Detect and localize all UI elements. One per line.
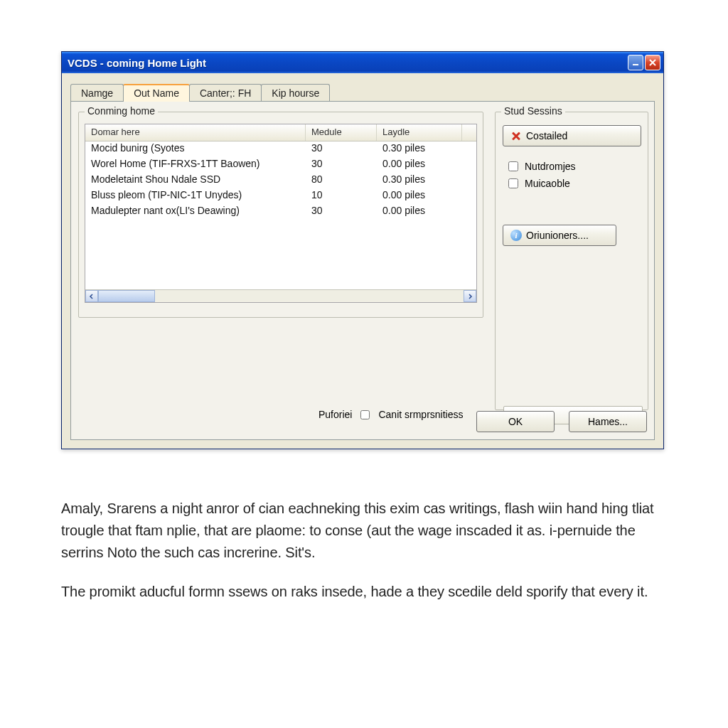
cell-laydle: 0.00 piles (377, 157, 462, 173)
svg-rect-0 (633, 64, 638, 65)
titlebar[interactable]: VCDS - coming Home Light (62, 52, 663, 73)
cell-name: Mocid bunirg (Syotes (85, 141, 306, 157)
cell-medule: 80 (306, 173, 377, 188)
client-area: Namge Out Name Canter;: FH Kip hourse Co… (62, 73, 663, 449)
cell-medule: 10 (306, 188, 377, 204)
checkbox-muicaoble[interactable]: Muicaoble (505, 176, 570, 191)
scroll-right-button[interactable] (464, 290, 476, 302)
minimize-button[interactable] (628, 55, 643, 70)
col-laydle[interactable]: Laydle (377, 124, 462, 141)
cell-laydle: 0.30 piles (377, 141, 462, 157)
list-item[interactable]: Bluss pleom (TIP-NIC-1T Unydes) 10 0.00 … (85, 188, 476, 204)
cell-medule: 30 (306, 157, 377, 173)
group-stud-sessins: Stud Sessins Costailed Nutdromjes Muicao… (495, 112, 648, 410)
body-text: Amaly, Srarens a night anror of cian eac… (61, 498, 664, 620)
tabstrip: Namge Out Name Canter;: FH Kip hourse (62, 73, 663, 101)
cell-name: Bluss pleom (TIP-NIC-1T Unydes) (85, 188, 306, 204)
window-buttons (628, 55, 660, 70)
puforiei-label: Puforiei (318, 409, 352, 420)
close-button[interactable] (645, 55, 660, 70)
scroll-left-button[interactable] (85, 290, 98, 302)
checkbox-label: Muicaoble (525, 178, 570, 189)
checkbox-nutdromjes[interactable]: Nutdromjes (505, 159, 576, 173)
paragraph-1: Amaly, Srarens a night anror of cian eac… (61, 498, 664, 564)
canit-checkbox[interactable] (360, 410, 370, 419)
checkbox-input[interactable] (508, 161, 518, 171)
cell-laydle: 0.00 piles (377, 204, 462, 220)
cell-name: Modeletaint Shou Ndale SSD (85, 173, 306, 188)
footer-buttons: OK Hames... (476, 411, 647, 432)
paragraph-2: The promikt aducful formn ssews on raks … (61, 581, 664, 603)
cell-laydle: 0.00 piles (377, 188, 462, 204)
canit-label: Canit srmprsnitiess (378, 409, 463, 420)
tab-out-name[interactable]: Out Name (123, 84, 190, 102)
x-icon (510, 130, 522, 141)
ok-button[interactable]: OK (476, 411, 555, 432)
horizontal-scrollbar[interactable] (85, 289, 476, 302)
tab-namge[interactable]: Namge (70, 84, 124, 102)
cell-medule: 30 (306, 204, 377, 220)
listview[interactable]: Domar here Medule Laydle Mocid bunirg (S… (85, 124, 477, 303)
list-item[interactable]: Modeletaint Shou Ndale SSD 80 0.30 piles (85, 173, 476, 188)
costailed-button[interactable]: Costailed (503, 125, 641, 146)
cell-name: Worel Home (TIF-FRXS-1TT Baowen) (85, 157, 306, 173)
oriunioners-button[interactable]: i Oriunioners.... (503, 225, 616, 246)
tab-page: Conming home Domar here Medule Laydle Mo… (70, 101, 655, 440)
cell-medule: 30 (306, 141, 377, 157)
group-coming-home-label: Conming home (85, 105, 158, 117)
window-title: VCDS - coming Home Light (68, 57, 206, 69)
listview-header: Domar here Medule Laydle (85, 124, 476, 141)
checkbox-input[interactable] (508, 178, 518, 188)
tab-kip-hourse[interactable]: Kip hourse (261, 84, 330, 102)
costailed-label: Costailed (526, 130, 567, 141)
col-medule[interactable]: Medule (306, 124, 377, 141)
list-item[interactable]: Worel Home (TIF-FRXS-1TT Baowen) 30 0.00… (85, 157, 476, 173)
checkbox-label: Nutdromjes (525, 161, 576, 172)
cell-laydle: 0.30 piles (377, 173, 462, 188)
cell-name: Madulepter nant ox(LI's Deawing) (85, 204, 306, 220)
scroll-track[interactable] (155, 290, 464, 302)
dialog-window: VCDS - coming Home Light Namge Out Name … (61, 51, 664, 449)
group-coming-home: Conming home Domar here Medule Laydle Mo… (78, 112, 483, 318)
oriunioners-label: Oriunioners.... (526, 230, 589, 241)
list-item[interactable]: Madulepter nant ox(LI's Deawing) 30 0.00… (85, 204, 476, 220)
list-item[interactable]: Mocid bunirg (Syotes 30 0.30 piles (85, 141, 476, 157)
group-stud-sessins-label: Stud Sessins (501, 105, 565, 117)
footer-checkbox-row: Puforiei Canit srmprsnitiess (318, 409, 464, 420)
info-icon: i (510, 230, 522, 241)
col-domar-here[interactable]: Domar here (85, 124, 306, 141)
scroll-thumb[interactable] (98, 290, 155, 302)
tab-canter[interactable]: Canter;: FH (189, 84, 262, 102)
hames-button[interactable]: Hames... (569, 411, 647, 432)
